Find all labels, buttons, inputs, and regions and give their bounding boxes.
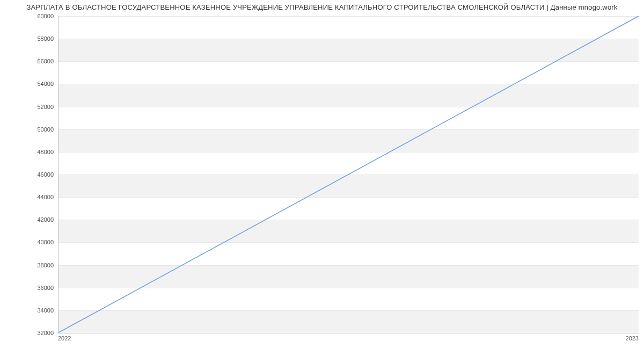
y-tick-label: 46000 (5, 171, 54, 178)
y-tick-label: 42000 (5, 216, 54, 223)
line-layer (58, 16, 639, 333)
y-tick-label: 36000 (5, 285, 54, 291)
y-tick-label: 32000 (5, 330, 54, 336)
y-tick-label: 58000 (5, 35, 54, 42)
data-line (58, 16, 639, 333)
y-tick-label: 38000 (5, 262, 54, 268)
y-axis-line (58, 16, 58, 333)
y-tick-label: 50000 (5, 126, 54, 133)
y-tick-label: 34000 (5, 307, 54, 314)
x-tick-label: 2022 (58, 335, 71, 341)
x-tick-label: 2023 (626, 335, 639, 341)
y-tick-label: 60000 (5, 13, 54, 19)
y-tick-label: 40000 (5, 239, 54, 245)
x-axis-line (58, 333, 639, 333)
y-tick-label: 56000 (5, 58, 54, 64)
chart-title: ЗАРПЛАТА В ОБЛАСТНОЕ ГОСУДАРСТВЕННОЕ КАЗ… (0, 3, 644, 11)
y-tick-label: 54000 (5, 81, 54, 87)
chart-container: ЗАРПЛАТА В ОБЛАСТНОЕ ГОСУДАРСТВЕННОЕ КАЗ… (0, 0, 644, 349)
plot-area (58, 16, 639, 333)
y-tick-label: 44000 (5, 194, 54, 200)
y-tick-label: 48000 (5, 149, 54, 155)
y-tick-label: 52000 (5, 104, 54, 110)
